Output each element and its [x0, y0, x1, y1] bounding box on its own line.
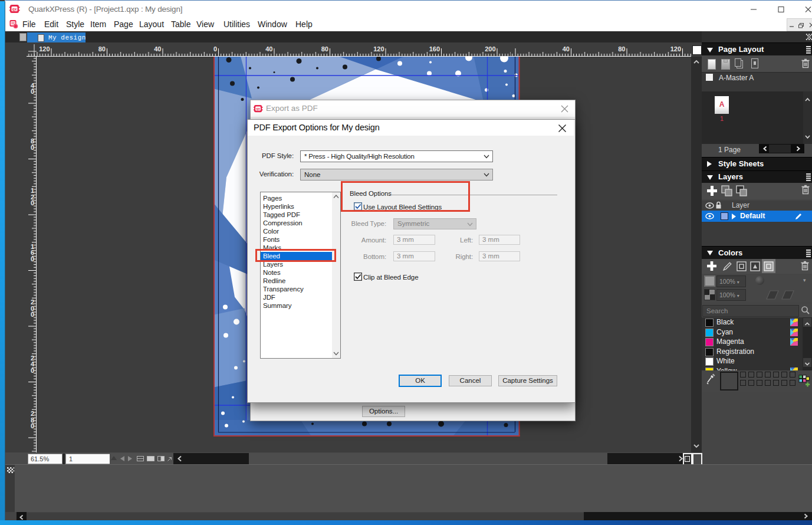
svg-text:qx: qx: [256, 107, 260, 110]
svg-text:qx: qx: [12, 7, 17, 12]
